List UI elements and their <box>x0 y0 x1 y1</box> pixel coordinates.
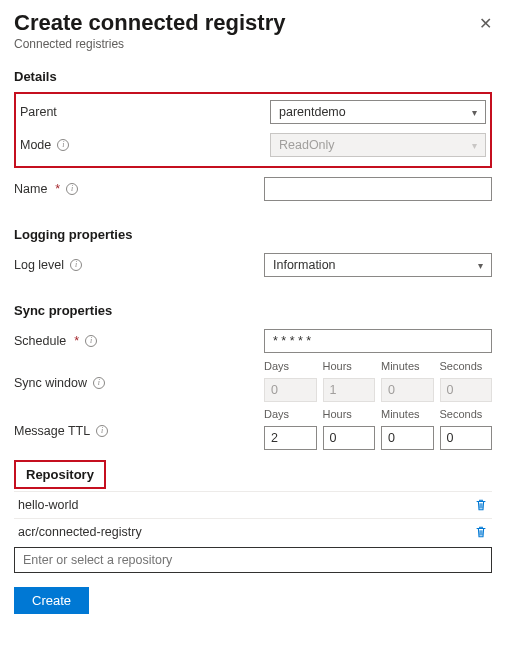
chevron-down-icon: ▾ <box>478 260 483 271</box>
syncwindow-hours <box>323 378 376 402</box>
name-input[interactable] <box>264 177 492 201</box>
seconds-label: Seconds <box>440 408 493 420</box>
syncwindow-label: Sync window <box>14 360 264 390</box>
ttl-minutes[interactable] <box>381 426 434 450</box>
ttl-days[interactable] <box>264 426 317 450</box>
list-item: acr/connected-registry <box>14 518 492 545</box>
seconds-label: Seconds <box>440 360 493 372</box>
chevron-down-icon: ▾ <box>472 107 477 118</box>
days-label: Days <box>264 408 317 420</box>
info-icon[interactable] <box>70 259 82 271</box>
trash-icon[interactable] <box>474 498 488 512</box>
parent-label: Parent <box>20 105 270 119</box>
tab-repository[interactable]: Repository <box>14 460 106 489</box>
trash-icon[interactable] <box>474 525 488 539</box>
days-label: Days <box>264 360 317 372</box>
info-icon[interactable] <box>57 139 69 151</box>
create-button[interactable]: Create <box>14 587 89 614</box>
hours-label: Hours <box>323 408 376 420</box>
panel-header: Create connected registry Connected regi… <box>14 10 492 51</box>
hours-label: Hours <box>323 360 376 372</box>
schedule-label: Schedule* <box>14 334 264 348</box>
minutes-label: Minutes <box>381 408 434 420</box>
schedule-input[interactable] <box>264 329 492 353</box>
syncwindow-days <box>264 378 317 402</box>
ttl-hours[interactable] <box>323 426 376 450</box>
repository-input[interactable] <box>14 547 492 573</box>
name-label: Name* <box>14 182 264 196</box>
close-icon[interactable]: ✕ <box>479 14 492 33</box>
mode-label: Mode <box>20 138 270 152</box>
loglevel-label: Log level <box>14 258 264 272</box>
info-icon[interactable] <box>85 335 97 347</box>
page-title: Create connected registry <box>14 10 492 36</box>
info-icon[interactable] <box>66 183 78 195</box>
minutes-label: Minutes <box>381 360 434 372</box>
section-sync: Sync properties <box>14 303 492 318</box>
chevron-down-icon: ▾ <box>472 140 477 151</box>
syncwindow-minutes <box>381 378 434 402</box>
list-item: hello-world <box>14 491 492 518</box>
ttl-seconds[interactable] <box>440 426 493 450</box>
ttl-label: Message TTL <box>14 408 264 438</box>
syncwindow-seconds <box>440 378 493 402</box>
mode-select: ReadOnly ▾ <box>270 133 486 157</box>
info-icon[interactable] <box>96 425 108 437</box>
info-icon[interactable] <box>93 377 105 389</box>
parent-select[interactable]: parentdemo ▾ <box>270 100 486 124</box>
loglevel-select[interactable]: Information ▾ <box>264 253 492 277</box>
section-details: Details <box>14 69 492 84</box>
details-highlight: Parent parentdemo ▾ Mode ReadOnly ▾ <box>14 92 492 168</box>
section-logging: Logging properties <box>14 227 492 242</box>
page-subtitle: Connected registries <box>14 37 492 51</box>
